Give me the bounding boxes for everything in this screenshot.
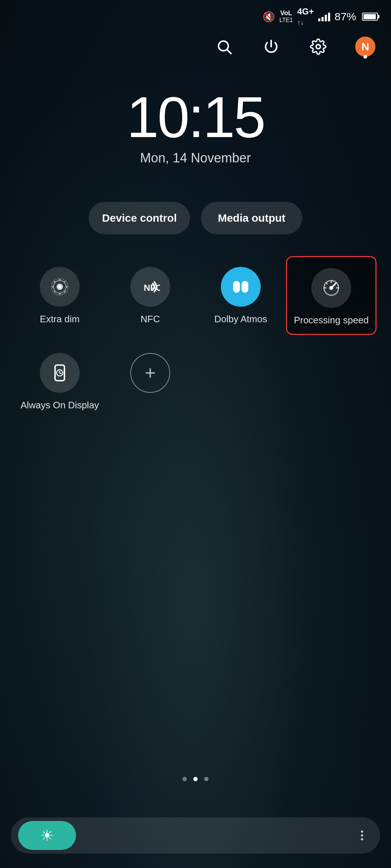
clock-time: 10:15 xyxy=(0,88,391,146)
svg-rect-16 xyxy=(233,281,240,293)
add-icon: + xyxy=(145,363,156,382)
tile-processing-speed[interactable]: Processing speed xyxy=(286,256,377,335)
power-icon xyxy=(263,38,279,55)
nfc-label: NFC xyxy=(140,313,160,326)
dolby-atmos-label: Dolby Atmos xyxy=(214,313,267,326)
tile-extra-dim[interactable]: Extra dim xyxy=(14,256,105,335)
brightness-bar[interactable]: ☀ xyxy=(11,817,380,854)
header-controls: N xyxy=(0,27,391,67)
search-button[interactable] xyxy=(211,34,237,59)
brightness-menu-button[interactable] xyxy=(351,825,373,846)
notification-badge-letter: N xyxy=(361,41,369,53)
dolby-atmos-svg xyxy=(231,277,251,297)
svg-point-32 xyxy=(361,838,363,841)
battery-percentage: 87% xyxy=(335,10,356,23)
svg-line-20 xyxy=(331,284,335,288)
svg-point-7 xyxy=(59,279,60,280)
nfc-icon-bg: NFC xyxy=(130,267,170,307)
mute-icon: 🔇 xyxy=(262,11,275,23)
extra-dim-svg xyxy=(50,277,69,296)
notification-dot xyxy=(363,55,367,59)
svg-point-11 xyxy=(54,281,55,282)
svg-point-2 xyxy=(316,44,320,49)
svg-point-14 xyxy=(54,291,55,293)
media-output-button[interactable]: Media output xyxy=(201,202,302,234)
svg-text:NFC: NFC xyxy=(144,283,160,293)
power-button[interactable] xyxy=(258,34,284,59)
svg-point-10 xyxy=(66,286,67,288)
nfc-svg: NFC xyxy=(140,277,160,297)
svg-point-6 xyxy=(58,285,62,289)
svg-point-30 xyxy=(361,831,363,833)
brightness-fill: ☀ xyxy=(18,821,76,850)
always-on-display-label: Always On Display xyxy=(21,399,99,412)
pagination-dot-1 xyxy=(182,777,187,781)
pagination-dot-2 xyxy=(193,777,198,781)
always-on-display-icon-bg xyxy=(40,353,80,393)
status-bar: 🔇 VoL LTE1 4G+↑↓ 87% xyxy=(0,0,391,27)
svg-point-9 xyxy=(52,286,53,288)
device-control-label: Device control xyxy=(102,212,177,224)
svg-point-13 xyxy=(64,281,66,282)
processing-speed-svg xyxy=(321,278,341,298)
tile-always-on-display[interactable]: Always On Display xyxy=(14,342,105,419)
tiles-row-1: Extra dim NFC NFC xyxy=(0,252,391,339)
svg-point-8 xyxy=(59,293,60,294)
add-tile-button[interactable]: + xyxy=(130,353,170,393)
status-icons: 🔇 VoL LTE1 4G+↑↓ 87% xyxy=(262,7,378,27)
brightness-menu-icon xyxy=(356,829,369,842)
dolby-atmos-icon-bg xyxy=(221,267,261,307)
tile-dolby-atmos[interactable]: Dolby Atmos xyxy=(196,256,286,335)
search-icon xyxy=(216,38,232,55)
volte-indicator: VoL LTE1 xyxy=(279,10,293,23)
tile-nfc[interactable]: NFC NFC xyxy=(105,256,196,335)
svg-line-25 xyxy=(326,283,327,284)
processing-speed-icon-bg xyxy=(311,268,351,308)
device-control-button[interactable]: Device control xyxy=(89,202,190,234)
svg-point-31 xyxy=(361,834,363,837)
clock-section: 10:15 Mon, 14 November xyxy=(0,67,391,173)
svg-line-24 xyxy=(335,283,336,284)
add-label: add xyxy=(142,399,158,412)
processing-speed-label: Processing speed xyxy=(294,314,369,327)
clock-date: Mon, 14 November xyxy=(0,150,391,166)
pagination-dot-3 xyxy=(204,777,209,781)
notification-badge: N xyxy=(355,37,375,57)
signal-bars xyxy=(318,12,330,21)
tile-add[interactable]: + add xyxy=(105,342,196,419)
svg-line-29 xyxy=(60,373,61,374)
quick-buttons: Device control Media output xyxy=(0,173,391,252)
extra-dim-icon xyxy=(40,267,80,307)
always-on-display-svg xyxy=(50,363,69,382)
settings-button[interactable] xyxy=(306,34,331,59)
notification-button[interactable]: N xyxy=(353,34,378,59)
extra-dim-label: Extra dim xyxy=(40,313,80,326)
pagination-dots xyxy=(0,766,391,788)
network-indicator: 4G+↑↓ xyxy=(297,7,314,27)
svg-point-12 xyxy=(64,291,66,293)
gear-icon xyxy=(310,38,327,55)
media-output-label: Media output xyxy=(218,212,286,224)
tiles-row-2: Always On Display + add xyxy=(0,339,391,422)
svg-line-1 xyxy=(227,50,231,54)
svg-rect-17 xyxy=(241,281,248,293)
brightness-sun-icon: ☀ xyxy=(40,827,54,844)
battery-icon xyxy=(362,13,378,21)
